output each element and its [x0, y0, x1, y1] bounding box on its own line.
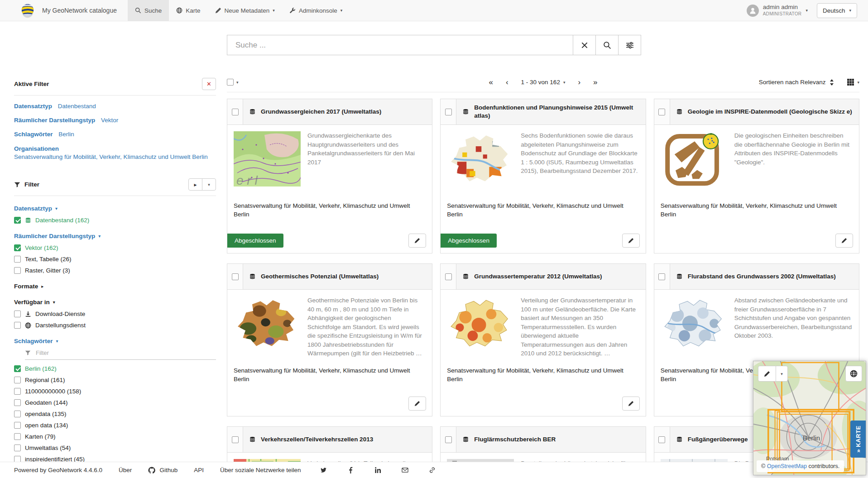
active-filter-label[interactable]: Organisationen: [14, 145, 212, 153]
record-checkbox[interactable]: [445, 273, 452, 280]
facet-group-schlagworter[interactable]: Schlagwörter▾: [14, 338, 216, 344]
edit-record-button[interactable]: [835, 234, 853, 248]
clear-all-filters-button[interactable]: ✕: [202, 78, 216, 90]
facet-option[interactable]: Vektor (162): [14, 244, 216, 251]
facet-option[interactable]: Download-Dienste: [14, 311, 216, 317]
facet-option[interactable]: Berlin (162): [14, 365, 216, 372]
facet-group-formate[interactable]: Formate▸: [14, 283, 216, 290]
checkbox-unchecked[interactable]: [14, 256, 21, 263]
record-title[interactable]: Grundwassergleichen 2017 (Umweltatlas): [261, 108, 381, 116]
link-icon[interactable]: [429, 467, 436, 473]
active-filter-value[interactable]: Berlin: [58, 131, 74, 138]
menu-new-metadata[interactable]: Neue Metadaten ▾: [208, 0, 282, 21]
email-icon[interactable]: [402, 467, 408, 473]
record-checkbox[interactable]: [232, 273, 239, 280]
github-link[interactable]: Github: [148, 467, 177, 474]
record-checkbox[interactable]: [658, 436, 665, 443]
map-draw-options-button[interactable]: ▾: [776, 366, 788, 382]
record-title[interactable]: Geologie im INSPIRE-Datenmodell (Geologi…: [688, 108, 852, 116]
record-title[interactable]: Flurabstand des Grundwassers 2002 (Umwel…: [688, 272, 836, 281]
thumbnail-image[interactable]: [234, 296, 301, 351]
thumbnail-image[interactable]: e r l: [234, 131, 301, 186]
geonetwork-logo-icon[interactable]: [19, 2, 36, 19]
tab-search[interactable]: Suche: [128, 0, 169, 21]
active-filter-value[interactable]: Datenbestand: [58, 103, 96, 110]
tab-map[interactable]: Karte: [169, 0, 207, 21]
facet-group-verfugbar-in[interactable]: Verfügbar in▾: [14, 299, 216, 306]
about-link[interactable]: Über: [119, 467, 132, 473]
language-selector[interactable]: Deutsch ▾: [817, 3, 857, 18]
record-checkbox[interactable]: [445, 436, 452, 443]
menu-admin-console[interactable]: Adminkonsole ▾: [282, 0, 350, 21]
map-draw-extent-button[interactable]: [758, 366, 776, 382]
user-menu[interactable]: admin admin ADMINISTRATOR ▾: [747, 4, 808, 17]
record-title[interactable]: Geothermisches Potenzial (Umweltatlas): [261, 272, 379, 281]
facet-option[interactable]: Geodaten (144): [14, 399, 216, 406]
checkbox-checked[interactable]: [14, 217, 21, 224]
api-link[interactable]: API: [194, 467, 204, 473]
checkbox-unchecked[interactable]: [14, 311, 21, 317]
edit-record-button[interactable]: [622, 234, 640, 248]
linkedin-icon[interactable]: [374, 467, 381, 473]
checkbox-checked[interactable]: [14, 365, 21, 372]
select-all-control[interactable]: ▾: [227, 79, 239, 86]
page-range-selector[interactable]: 1 - 30 von 162 ▾: [521, 79, 566, 86]
record-title[interactable]: Bodenfunktionen und Planungshinweise 201…: [474, 104, 639, 120]
checkbox-unchecked[interactable]: [14, 267, 21, 274]
checkbox-unchecked[interactable]: [14, 433, 21, 440]
edit-record-button[interactable]: [408, 397, 426, 411]
record-title[interactable]: Verkehrszellen/Teilverkehrszellen 2013: [261, 435, 373, 444]
checkbox-checked[interactable]: [14, 244, 21, 251]
edit-record-button[interactable]: [622, 397, 640, 411]
record-checkbox[interactable]: [232, 109, 239, 115]
checkbox-unchecked[interactable]: [14, 322, 21, 329]
thumbnail-image[interactable]: [661, 131, 728, 186]
facet-option[interactable]: Regional (161): [14, 377, 216, 383]
facet-option[interactable]: Text, Tabelle (26): [14, 256, 216, 263]
checkbox-unchecked[interactable]: [14, 388, 21, 395]
twitter-icon[interactable]: [320, 467, 327, 473]
record-checkbox[interactable]: [658, 273, 665, 280]
first-page-button[interactable]: «: [489, 78, 493, 87]
map-expand-tab[interactable]: » KARTE: [850, 421, 866, 458]
search-filters-button[interactable]: [618, 35, 641, 55]
active-filter-label[interactable]: Räumlicher Darstellungstyp: [14, 117, 95, 124]
facet-option[interactable]: Raster, Gitter (3): [14, 267, 216, 274]
thumbnail-image[interactable]: [447, 296, 514, 351]
active-filter-label[interactable]: Datensatztyp: [14, 103, 52, 110]
facet-option[interactable]: Karten (79): [14, 433, 216, 440]
map-zoom-world-button[interactable]: [845, 366, 862, 382]
facet-option[interactable]: Darstellungsdienst: [14, 322, 216, 329]
openstreetmap-link[interactable]: OpenStreetMap: [767, 463, 807, 469]
checkbox-unchecked[interactable]: [14, 411, 21, 417]
facet-option[interactable]: opendata (135): [14, 411, 216, 417]
filter-options-button[interactable]: ▾: [202, 178, 216, 191]
last-page-button[interactable]: »: [593, 78, 597, 87]
edit-record-button[interactable]: [408, 234, 426, 248]
sort-selector[interactable]: Sortieren nach Relevanz: [759, 79, 834, 86]
view-mode-selector[interactable]: ▾: [847, 78, 859, 86]
search-input[interactable]: [227, 35, 573, 55]
status-badge[interactable]: Abgeschlossen: [441, 234, 497, 248]
clear-search-button[interactable]: [573, 35, 596, 55]
checkbox-unchecked[interactable]: [14, 399, 21, 406]
facet-group-darstellungstyp[interactable]: Räumlicher Darstellungstyp▾: [14, 233, 216, 239]
active-filter-value[interactable]: Senatsverwaltung für Mobilität, Verkehr,…: [14, 153, 216, 161]
select-all-checkbox[interactable]: [227, 79, 234, 86]
record-title[interactable]: Grundwassertemperatur 2012 (Umweltatlas): [474, 272, 602, 281]
collapse-filters-button[interactable]: ▸: [188, 178, 202, 191]
facet-option[interactable]: open data (134): [14, 422, 216, 429]
active-filter-value[interactable]: Vektor: [101, 117, 118, 124]
record-title[interactable]: Fluglärmschutzbereich BER: [474, 435, 556, 444]
facet-option[interactable]: Datenbestand (162): [14, 217, 216, 224]
checkbox-unchecked[interactable]: [14, 377, 21, 383]
previous-page-button[interactable]: ‹: [506, 78, 508, 87]
facet-option[interactable]: Umweltatlas (54): [14, 445, 216, 451]
status-badge[interactable]: Abgeschlossen: [227, 234, 283, 248]
facet-group-datensatztyp[interactable]: Datensatztyp▾: [14, 205, 216, 212]
active-filter-label[interactable]: Schlagwörter: [14, 131, 53, 138]
record-checkbox[interactable]: [658, 109, 665, 115]
record-checkbox[interactable]: [445, 109, 452, 115]
record-checkbox[interactable]: [232, 436, 239, 443]
record-title[interactable]: Fußgängerüberwege: [688, 435, 748, 444]
